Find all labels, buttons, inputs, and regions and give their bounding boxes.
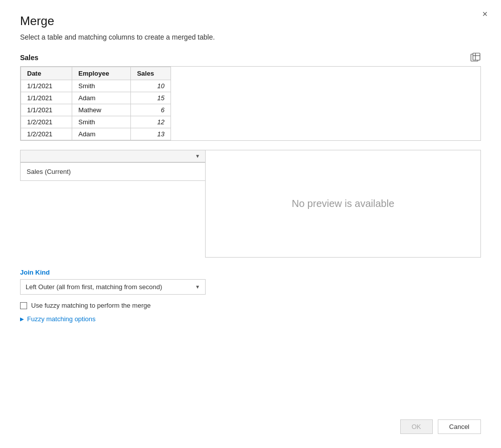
dropdown-arrow-icon: ▼	[195, 153, 200, 159]
second-table-dropdown-column: ▼ Sales (Current)	[20, 150, 206, 181]
cell-date: 1/2/2021	[21, 128, 72, 140]
cell-sales: 10	[131, 80, 171, 92]
dialog-title: Merge	[20, 14, 481, 28]
cell-employee: Adam	[72, 92, 131, 104]
cell-sales: 15	[131, 92, 171, 104]
dropdown-option-sales-current[interactable]: Sales (Current)	[21, 165, 205, 178]
col-header-employee: Employee	[72, 67, 131, 80]
cell-sales: 6	[131, 104, 171, 116]
svg-rect-1	[473, 53, 480, 60]
join-kind-arrow-icon: ▼	[195, 284, 200, 290]
close-icon: ×	[482, 9, 488, 20]
cell-employee: Smith	[72, 116, 131, 128]
first-table-label: Sales	[20, 54, 39, 62]
first-table-section-header: Sales	[20, 52, 481, 63]
preview-box: No preview is available	[205, 150, 481, 258]
preview-text: No preview is available	[292, 198, 395, 209]
table-copy-icon	[470, 52, 481, 63]
fuzzy-options-label: Fuzzy matching options	[27, 315, 96, 323]
cell-employee: Mathew	[72, 104, 131, 116]
cell-employee: Smith	[72, 80, 131, 92]
ok-button[interactable]: OK	[400, 419, 433, 434]
cell-sales: 12	[131, 116, 171, 128]
cell-sales: 13	[131, 128, 171, 140]
fuzzy-options-row[interactable]: ▶ Fuzzy matching options	[20, 315, 481, 323]
cancel-button[interactable]: Cancel	[438, 419, 481, 434]
dialog-footer: OK Cancel	[400, 419, 481, 434]
cell-employee: Adam	[72, 128, 131, 140]
table-row: 1/2/2021Adam13	[21, 128, 171, 140]
second-table-dropdown[interactable]: ▼	[20, 150, 206, 162]
fuzzy-options-arrow-icon: ▶	[20, 316, 24, 322]
table-row: 1/1/2021Adam15	[21, 92, 171, 104]
fuzzy-checkbox-label: Use fuzzy matching to perform the merge	[31, 302, 150, 309]
fuzzy-checkbox-row[interactable]: Use fuzzy matching to perform the merge	[20, 302, 481, 309]
table-row: 1/1/2021Smith10	[21, 80, 171, 92]
first-data-table: Date Employee Sales 1/1/2021Smith101/1/2…	[21, 67, 171, 140]
cell-date: 1/1/2021	[21, 80, 72, 92]
table-row: 1/1/2021Mathew6	[21, 104, 171, 116]
close-button[interactable]: ×	[478, 7, 492, 21]
join-kind-label: Join Kind	[20, 269, 481, 276]
dialog-subtitle: Select a table and matching columns to c…	[20, 33, 481, 41]
first-table-wrapper: Date Employee Sales 1/1/2021Smith101/1/2…	[20, 66, 481, 141]
table-header-row: Date Employee Sales	[21, 67, 171, 80]
fuzzy-checkbox[interactable]	[20, 302, 27, 309]
col-header-sales: Sales	[131, 67, 171, 80]
col-header-date: Date	[21, 67, 72, 80]
cell-date: 1/1/2021	[21, 92, 72, 104]
second-table-section: ▼ Sales (Current) No preview is availabl…	[20, 150, 481, 258]
merge-dialog: × Merge Select a table and matching colu…	[0, 0, 501, 448]
table-row: 1/2/2021Smith12	[21, 116, 171, 128]
join-kind-dropdown[interactable]: Left Outer (all from first, matching fro…	[20, 279, 206, 295]
cell-date: 1/1/2021	[21, 104, 72, 116]
join-kind-selected: Left Outer (all from first, matching fro…	[26, 283, 195, 291]
table-icon-button[interactable]	[470, 52, 481, 63]
dropdown-menu: Sales (Current)	[20, 162, 206, 181]
cell-date: 1/2/2021	[21, 116, 72, 128]
join-kind-section: Join Kind Left Outer (all from first, ma…	[20, 269, 481, 295]
